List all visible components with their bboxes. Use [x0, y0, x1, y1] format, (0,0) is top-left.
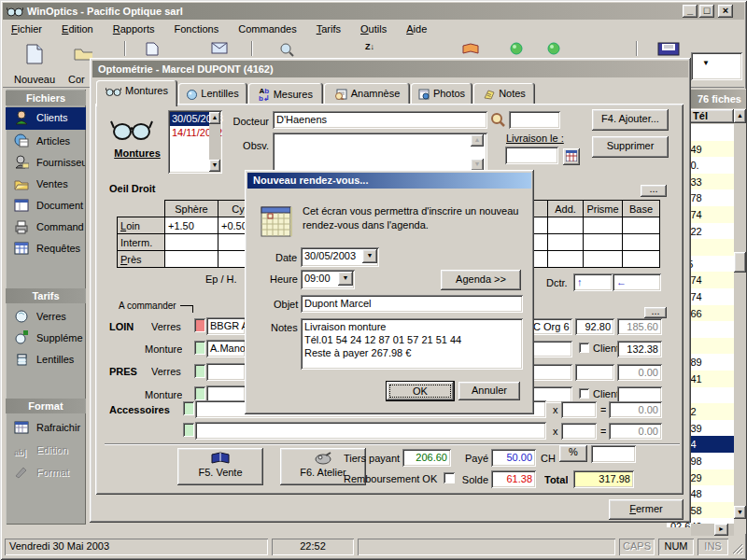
scroll-down-icon[interactable]: ▼ — [734, 506, 746, 519]
new-button[interactable]: Nouveau — [7, 42, 62, 85]
sidebar-item-requetes[interactable]: Requêtes — [6, 238, 86, 259]
close-button[interactable]: × — [718, 5, 733, 18]
scroll-up-icon[interactable]: ▲ — [209, 112, 220, 124]
visit-date-list[interactable]: 30/05/2003 14/11/2002 ▲ ▼ — [168, 110, 222, 174]
sidebar-item-rafraichir[interactable]: Rafraichir — [6, 417, 86, 439]
pres-verres-order-checkbox[interactable] — [194, 364, 205, 378]
loin-client-checkbox[interactable] — [579, 343, 589, 353]
loin-sphere-cell[interactable]: +1.50 — [165, 217, 218, 234]
rdv-objet-label: Objet — [274, 299, 302, 310]
annuler-button[interactable]: Annuler — [458, 382, 520, 400]
montures-side-label[interactable]: Montures — [106, 147, 168, 159]
menu-tarifs[interactable]: Tarifs — [308, 21, 349, 37]
sidebar-item-supplements[interactable]: Suppléme — [6, 328, 86, 349]
tab-montures[interactable]: Montures — [96, 80, 177, 106]
ch-amount-field[interactable] — [591, 445, 636, 463]
obsv-field[interactable]: ▲ ▼ — [273, 133, 487, 173]
loin-verres-field[interactable]: BBGR AS — [206, 317, 246, 335]
open-button[interactable]: Cor — [64, 42, 92, 85]
minimize-button[interactable]: _ — [683, 5, 698, 18]
toolbar-combobox[interactable]: ▼ — [691, 52, 742, 80]
visit-date-item[interactable]: 14/11/2002 — [170, 126, 209, 140]
maximize-button[interactable]: □ — [699, 5, 714, 18]
sidebar-item-articles[interactable]: Articles — [6, 131, 86, 152]
chevron-down-icon[interactable]: ▼ — [362, 249, 377, 263]
refresh-icon — [14, 420, 29, 435]
dctr-left-field[interactable]: ← — [613, 273, 661, 291]
ellipsis-button-top[interactable]: ... — [641, 185, 667, 197]
pres-monture-order-checkbox[interactable] — [194, 386, 205, 400]
sidebar-item-lentilles[interactable]: Lentilles — [6, 349, 86, 371]
menu-fonctions[interactable]: Fonctions — [166, 21, 228, 37]
loin-monture-order-checkbox[interactable] — [194, 341, 205, 355]
vente-button[interactable]: F5. Vente — [177, 448, 263, 485]
menu-aide[interactable]: Aide — [398, 21, 435, 37]
status-bar: Vendredi 30 Mai 2003 22:52 CAPS NUM INS — [3, 537, 744, 557]
chevron-down-icon[interactable]: ▼ — [338, 272, 353, 286]
menu-edition[interactable]: Edition — [53, 21, 102, 37]
documents-icon — [14, 198, 29, 213]
sales-icon — [14, 176, 29, 191]
acc2-field[interactable] — [195, 422, 546, 440]
acc1-qty-field[interactable] — [561, 401, 597, 418]
solde-field[interactable]: 61.38 — [491, 470, 536, 488]
rdv-notes-textarea[interactable]: Livraison monture Tél.01 54 24 12 87 01 … — [301, 318, 523, 370]
interm-sphere-cell[interactable] — [165, 234, 218, 251]
pres-category-field[interactable] — [529, 364, 572, 381]
sidebar-item-verres[interactable]: Verres — [6, 306, 86, 328]
tiers-payant-field[interactable]: 206.60 — [402, 449, 451, 467]
loin-buy-field[interactable]: 92.80 — [575, 318, 614, 335]
pres-sphere-cell[interactable] — [165, 251, 218, 268]
loin-category-field[interactable]: C Org 6 — [529, 318, 572, 335]
sidebar-item-documents[interactable]: Document — [6, 195, 86, 217]
scroll-right-icon[interactable]: ► — [714, 524, 728, 536]
ellipsis-button-mid[interactable]: ... — [644, 307, 667, 318]
pres-buy-field[interactable] — [575, 364, 614, 381]
pres-verres-field[interactable] — [206, 363, 246, 381]
pres-client-checkbox[interactable] — [579, 388, 589, 399]
visit-date-item-selected[interactable]: 30/05/2003 — [170, 112, 209, 126]
menu-fichier[interactable]: Fichier — [3, 21, 50, 37]
menu-commandes[interactable]: Commandes — [230, 21, 304, 37]
sidebar-item-commandes[interactable]: Command — [6, 217, 86, 238]
arrow-left-icon: ← — [616, 276, 627, 287]
acc2-order-checkbox[interactable] — [183, 423, 194, 437]
eph-label: Ep / H. — [205, 273, 247, 285]
dctr-up-field[interactable]: ↑ — [573, 273, 613, 291]
agenda-button[interactable]: Agenda >> — [441, 270, 521, 290]
scroll-up-icon[interactable]: ▲ — [471, 134, 484, 147]
remboursement-checkbox[interactable] — [444, 472, 455, 483]
scrollbar-track[interactable] — [734, 123, 746, 506]
loin-monture-field[interactable]: A.Manouk — [206, 340, 246, 357]
sidebar-item-ventes[interactable]: Ventes — [6, 174, 86, 195]
sidebar-item-clients[interactable]: Clients — [6, 107, 86, 130]
loin-verres-order-checkbox[interactable] — [194, 318, 205, 332]
percent-button[interactable]: % — [559, 445, 587, 462]
docteur-extra-field[interactable] — [509, 111, 560, 129]
acc1-order-checkbox[interactable] — [183, 401, 194, 415]
calendar-picker-button[interactable] — [563, 148, 580, 165]
sidebar-item-fournisseurs[interactable]: Fournisseu — [6, 152, 86, 174]
menu-outils[interactable]: Outils — [352, 21, 395, 37]
acc2-qty-field[interactable] — [561, 423, 597, 440]
rdv-objet-field[interactable]: Dupont Marcel — [301, 295, 523, 313]
resize-grip[interactable] — [731, 542, 743, 554]
docteur-field[interactable]: D'Haenens — [273, 111, 487, 129]
menu-rapports[interactable]: Rapports — [105, 21, 163, 37]
save-icon — [657, 42, 680, 56]
livraison-date-field[interactable] — [505, 147, 558, 164]
rdv-date-combo[interactable]: 30/05/2003 ▼ — [301, 247, 379, 267]
ajouter-button[interactable]: F4. Ajouter... — [592, 109, 669, 131]
loin-monture-extra-field[interactable] — [529, 341, 572, 357]
rdv-heure-combo[interactable]: 09:00 ▼ — [301, 270, 355, 289]
search-icon[interactable] — [490, 112, 506, 128]
loin-monture-price-field[interactable]: 132.38 — [617, 341, 662, 357]
supprimer-button[interactable]: Supprimer — [592, 136, 669, 158]
ok-button[interactable]: OK — [387, 382, 454, 400]
scroll-down-icon[interactable]: ▼ — [209, 160, 220, 172]
fermer-button[interactable]: Fermer — [609, 499, 684, 520]
scrollbar-track[interactable] — [209, 124, 220, 160]
paye-field[interactable]: 50.00 — [491, 449, 536, 467]
scrollbar-thumb[interactable] — [734, 252, 746, 273]
scroll-up-icon[interactable]: ▲ — [734, 109, 746, 123]
